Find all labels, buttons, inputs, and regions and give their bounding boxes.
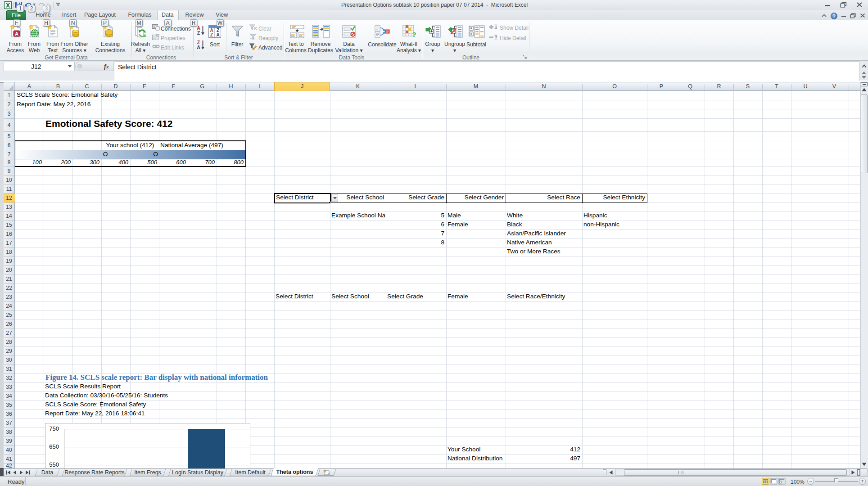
svg-text:A: A (216, 32, 219, 37)
svg-text:?: ? (412, 31, 416, 38)
svg-text:Z: Z (210, 32, 213, 37)
svg-text:A: A (15, 31, 18, 36)
svg-text:Z: Z (197, 30, 200, 36)
